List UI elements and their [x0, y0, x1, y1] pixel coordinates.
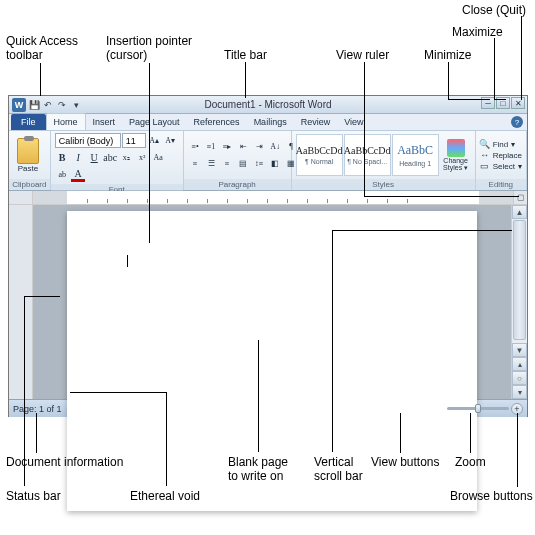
strikethrough-button[interactable]: abc: [103, 150, 118, 165]
scroll-up-icon[interactable]: ▲: [512, 205, 527, 219]
group-font: Calibri (Body) 11 A▴ A▾ B I U abc x₂ x² …: [51, 131, 184, 190]
vertical-ruler[interactable]: [9, 205, 33, 399]
ribbon-tabs: File Home Insert Page Layout References …: [9, 114, 527, 131]
replace-button[interactable]: ↔Replace: [480, 150, 522, 160]
scroll-thumb[interactable]: [513, 220, 526, 340]
group-editing: 🔍Find ▾ ↔Replace ▭Select ▾ Editing: [476, 131, 527, 190]
decrease-indent-icon[interactable]: ⇤: [236, 139, 251, 154]
tab-home[interactable]: Home: [46, 113, 86, 130]
subscript-button[interactable]: x₂: [119, 150, 134, 165]
window-title: Document1 - Microsoft Word: [204, 99, 331, 110]
zoom-slider-thumb[interactable]: [475, 404, 481, 413]
change-styles-button[interactable]: ChangeStyles ▾: [441, 134, 471, 176]
align-left-icon[interactable]: ≡: [188, 156, 203, 171]
sort-icon[interactable]: A↓: [268, 139, 283, 154]
group-clipboard: Paste Clipboard: [9, 131, 51, 190]
group-paragraph: ≡• ≡1 ≡▸ ⇤ ⇥ A↓ ¶ ≡ ☰ ≡ ▤ ↕≡ ◧: [184, 131, 292, 190]
tab-file[interactable]: File: [11, 114, 46, 130]
callout-zoom: Zoom: [455, 455, 486, 469]
font-size-combo[interactable]: 11: [122, 133, 146, 148]
document-area: ▲ ▼ ▴ ○ ▾: [9, 205, 527, 399]
document-void: [33, 205, 511, 399]
paste-icon: [17, 138, 39, 164]
quick-access-toolbar: W 💾 ↶ ↷ ▾: [9, 98, 82, 112]
callout-minimize: Minimize: [424, 48, 471, 62]
horizontal-ruler: ▢: [9, 191, 527, 205]
browse-object-icon[interactable]: ○: [512, 371, 527, 385]
app-window: W 💾 ↶ ↷ ▾ Document1 - Microsoft Word ─ □…: [8, 95, 528, 417]
italic-button[interactable]: I: [71, 150, 86, 165]
bold-button[interactable]: B: [55, 150, 70, 165]
help-icon[interactable]: ?: [511, 116, 523, 128]
tab-insert[interactable]: Insert: [86, 114, 123, 130]
tab-selector[interactable]: [9, 191, 33, 204]
highlight-icon[interactable]: ab: [55, 167, 70, 182]
select-icon: ▭: [480, 161, 490, 171]
undo-icon[interactable]: ↶: [42, 99, 54, 111]
scroll-track[interactable]: [512, 219, 527, 343]
redo-icon[interactable]: ↷: [56, 99, 68, 111]
callout-viewbtns: View buttons: [371, 455, 440, 469]
tab-references[interactable]: References: [187, 114, 247, 130]
select-button[interactable]: ▭Select ▾: [480, 161, 522, 171]
change-styles-icon: [447, 139, 465, 157]
insertion-cursor: [127, 255, 128, 267]
line-spacing-icon[interactable]: ↕≡: [252, 156, 267, 171]
bullets-icon[interactable]: ≡•: [188, 139, 203, 154]
callout-qat: Quick Accesstoolbar: [6, 34, 78, 63]
ruler-scale[interactable]: [67, 191, 479, 204]
tab-view[interactable]: View: [337, 114, 370, 130]
vertical-scrollbar[interactable]: ▲ ▼ ▴ ○ ▾: [511, 205, 527, 399]
callout-titlebar: Title bar: [224, 48, 267, 62]
shading-icon[interactable]: ◧: [268, 156, 283, 171]
callout-browse: Browse buttons: [450, 489, 533, 503]
callout-close: Close (Quit): [462, 3, 526, 17]
find-button[interactable]: 🔍Find ▾: [480, 139, 522, 149]
close-button[interactable]: ✕: [511, 97, 525, 109]
font-color-icon[interactable]: A: [71, 167, 86, 182]
scroll-down-icon[interactable]: ▼: [512, 343, 527, 357]
multilevel-icon[interactable]: ≡▸: [220, 139, 235, 154]
browse-prev-icon[interactable]: ▴: [512, 357, 527, 371]
ribbon: Paste Clipboard Calibri (Body) 11 A▴ A▾ …: [9, 131, 527, 191]
superscript-button[interactable]: x²: [135, 150, 150, 165]
replace-icon: ↔: [480, 150, 490, 160]
numbering-icon[interactable]: ≡1: [204, 139, 219, 154]
find-icon: 🔍: [480, 139, 490, 149]
increase-indent-icon[interactable]: ⇥: [252, 139, 267, 154]
style-normal[interactable]: AaBbCcDd ¶ Normal: [296, 134, 343, 176]
browse-next-icon[interactable]: ▾: [512, 385, 527, 399]
view-ruler-toggle[interactable]: ▢: [513, 191, 527, 204]
underline-button[interactable]: U: [87, 150, 102, 165]
callout-vscroll: Verticalscroll bar: [314, 455, 363, 484]
word-icon[interactable]: W: [12, 98, 26, 112]
callout-void: Ethereal void: [130, 489, 200, 503]
justify-icon[interactable]: ▤: [236, 156, 251, 171]
group-styles: AaBbCcDd ¶ Normal AaBbCcDd ¶ No Spaci...…: [292, 131, 476, 190]
align-right-icon[interactable]: ≡: [220, 156, 235, 171]
callout-cursor: Insertion pointer(cursor): [106, 34, 192, 63]
text-effects-icon[interactable]: Aa: [151, 150, 166, 165]
callout-maximize: Maximize: [452, 25, 503, 39]
font-family-combo[interactable]: Calibri (Body): [55, 133, 121, 148]
style-no-spacing[interactable]: AaBbCcDd ¶ No Spaci...: [344, 134, 391, 176]
save-icon[interactable]: 💾: [28, 99, 40, 111]
tab-review[interactable]: Review: [294, 114, 338, 130]
align-center-icon[interactable]: ☰: [204, 156, 219, 171]
tab-page-layout[interactable]: Page Layout: [122, 114, 187, 130]
page-info[interactable]: Page: 1 of 1: [13, 404, 62, 414]
callout-ruler: View ruler: [336, 48, 389, 62]
paste-button[interactable]: Paste: [13, 134, 43, 176]
zoom-slider[interactable]: [447, 407, 509, 410]
tab-mailings[interactable]: Mailings: [247, 114, 294, 130]
callout-statusbar: Status bar: [6, 489, 61, 503]
style-heading1[interactable]: AaBbC Heading 1: [392, 134, 439, 176]
callout-docinfo: Document information: [6, 455, 123, 469]
qat-dropdown-icon[interactable]: ▾: [70, 99, 82, 111]
callout-page: Blank pageto write on: [228, 455, 288, 484]
shrink-font-icon[interactable]: A▾: [163, 133, 178, 148]
